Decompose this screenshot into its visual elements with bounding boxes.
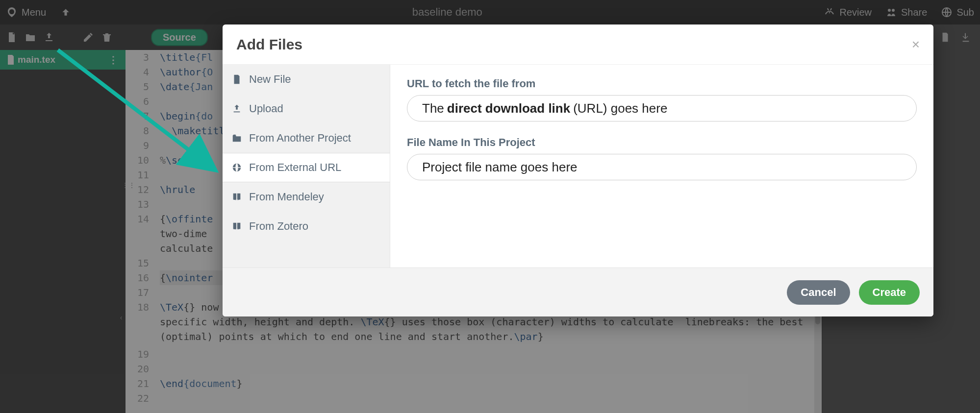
close-icon[interactable]: ×	[912, 37, 920, 52]
modal-title: Add Files	[236, 36, 302, 53]
code-line[interactable]	[160, 362, 822, 376]
filename-input-text: Project file name goes here	[422, 160, 578, 175]
modal-sidebar-item-label: Upload	[249, 102, 283, 115]
modal-header: Add Files ×	[223, 24, 933, 65]
url-input-text-bold: direct download link	[447, 101, 570, 116]
review-button[interactable]: Review	[824, 6, 872, 18]
modal-sidebar-item-from-mendeley[interactable]: From Mendeley	[223, 182, 390, 212]
url-input-text-suffix: (URL) goes here	[573, 101, 667, 116]
modal-sidebar-item-from-external-url[interactable]: From External URL	[223, 153, 390, 182]
source-toggle[interactable]: Source	[151, 29, 208, 46]
share-button[interactable]: Share	[885, 6, 927, 18]
rename-icon[interactable]	[82, 31, 94, 43]
url-field-label: URL to fetch the file from	[407, 77, 917, 90]
url-input[interactable]: The direct download link (URL) goes here	[407, 95, 917, 121]
submit-button[interactable]: Sub	[941, 6, 974, 18]
modal-sidebar-item-from-another-project[interactable]: From Another Project	[223, 123, 390, 153]
filename-input[interactable]: Project file name goes here	[407, 154, 917, 180]
gutter: 345678910111213141516171819202122	[126, 50, 156, 413]
top-bar: Menu baseline demo Review Share Sub	[0, 0, 980, 24]
modal-sidebar-item-new-file[interactable]: New File	[223, 65, 390, 94]
new-folder-icon[interactable]	[25, 31, 36, 43]
filename-field-label: File Name In This Project	[407, 136, 917, 149]
modal-sidebar-item-label: From External URL	[249, 161, 341, 174]
url-input-text-prefix: The	[422, 101, 444, 116]
modal-sidebar-item-label: New File	[249, 73, 291, 86]
modal-sidebar-item-upload[interactable]: Upload	[223, 94, 390, 123]
modal-sidebar-item-from-zotero[interactable]: From Zotero	[223, 212, 390, 241]
modal-sidebar: New FileUploadFrom Another ProjectFrom E…	[223, 65, 390, 267]
overleaf-logo-icon	[6, 6, 18, 18]
upload-icon[interactable]	[43, 31, 55, 43]
new-file-icon[interactable]	[6, 31, 18, 43]
logs-icon[interactable]	[940, 32, 951, 43]
file-tab-menu-icon[interactable]: ⋮	[108, 54, 119, 66]
up-level-icon[interactable]	[61, 7, 71, 17]
code-line[interactable]: \end{document}	[160, 376, 822, 391]
panel-collapse-handle[interactable]: ‹	[118, 314, 125, 331]
modal-footer: Cancel Create	[223, 267, 933, 316]
submit-label: Sub	[956, 7, 974, 18]
modal-sidebar-item-label: From Another Project	[249, 132, 351, 145]
review-label: Review	[839, 7, 872, 18]
project-title: baseline demo	[71, 6, 824, 19]
menu-button[interactable]: Menu	[22, 7, 46, 18]
panel-resize-handle[interactable]: ⋮⋮	[122, 181, 128, 199]
code-line[interactable]	[160, 391, 822, 406]
download-pdf-icon[interactable]	[960, 32, 971, 43]
file-tab-main-tex[interactable]: main.tex ⋮	[0, 50, 126, 70]
file-tab-label: main.tex	[18, 54, 55, 65]
share-label: Share	[901, 7, 927, 18]
add-files-modal: Add Files × New FileUploadFrom Another P…	[223, 24, 933, 316]
cancel-button[interactable]: Cancel	[787, 280, 850, 305]
modal-sidebar-item-label: From Mendeley	[249, 191, 324, 203]
create-button[interactable]: Create	[859, 280, 920, 305]
modal-sidebar-item-label: From Zotero	[249, 220, 308, 233]
code-line[interactable]	[160, 347, 822, 362]
file-icon	[7, 55, 15, 65]
delete-icon[interactable]	[101, 31, 113, 43]
modal-content: URL to fetch the file from The direct do…	[390, 65, 933, 267]
